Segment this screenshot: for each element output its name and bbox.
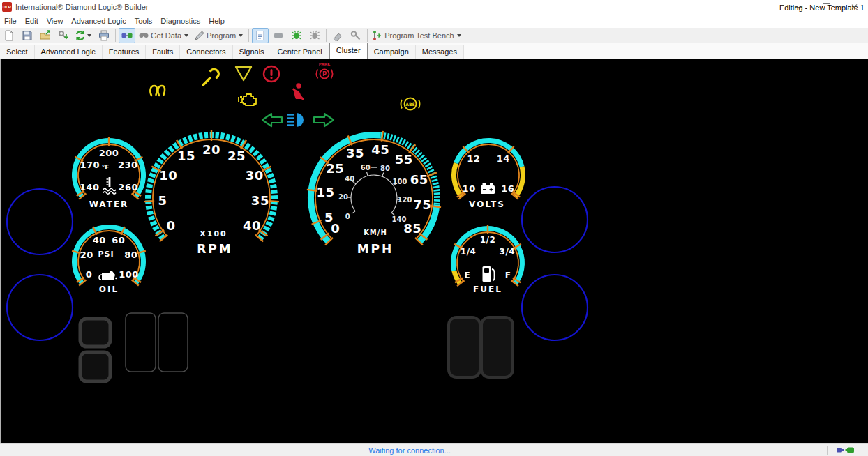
gauge-scale-label: 16 <box>501 183 514 194</box>
erase-button[interactable] <box>329 28 346 43</box>
open-folder-icon <box>40 30 51 41</box>
kmh-scale-label: 20 <box>338 193 348 201</box>
fuel-pump-icon <box>483 266 495 282</box>
tab-advanced-logic[interactable]: Advanced Logic <box>35 45 103 59</box>
menu-file[interactable]: File <box>0 17 21 25</box>
svg-text:P: P <box>322 70 327 77</box>
kmh-scale-label: 140 <box>392 215 407 223</box>
tab-connectors[interactable]: Connectors <box>180 45 232 59</box>
print-button[interactable] <box>96 28 112 43</box>
gauge-scale-label: 40 <box>243 218 261 233</box>
gauge-scale-label: 85 <box>403 221 421 236</box>
debug-disabled-button[interactable] <box>306 28 323 43</box>
gauge-text: MPH <box>357 242 394 256</box>
gauge-text: VOLTS <box>469 199 505 209</box>
gauge-scale-label: 3/4 <box>500 247 516 257</box>
import-button[interactable] <box>55 28 72 43</box>
cluster-button-right-1 <box>449 317 480 377</box>
menu-view[interactable]: View <box>43 17 68 25</box>
gauge-text: PSI <box>98 250 114 259</box>
cluster-window-left-2 <box>158 313 188 372</box>
kmh-inner-arc <box>351 175 397 213</box>
high-beam-indicator <box>287 113 304 127</box>
get-data-button[interactable]: Get Data <box>137 28 191 43</box>
menu-advanced-logic[interactable]: Advanced Logic <box>67 17 130 25</box>
open-button[interactable] <box>37 28 54 43</box>
tab-messages[interactable]: Messages <box>416 45 464 59</box>
gauge-scale-label: 15 <box>177 149 195 163</box>
gauge-hole-ring <box>522 187 588 252</box>
dropdown-caret-icon <box>457 34 461 37</box>
gauge-scale-label: 100 <box>119 269 139 280</box>
program-label: Program <box>207 31 236 40</box>
tab-faults[interactable]: Faults <box>146 45 180 59</box>
menu-tools[interactable]: Tools <box>130 17 157 25</box>
water-temp-gauge[interactable]: 140170200230260°FWATER <box>75 137 144 209</box>
fill-button[interactable] <box>270 28 287 43</box>
wrench-indicator <box>203 69 218 85</box>
gauge-hole-ring <box>522 275 588 340</box>
kmh-tick <box>366 172 368 176</box>
fuel-gauge[interactable]: E1/41/23/4FFUEL <box>454 225 523 294</box>
program-button[interactable]: Program <box>193 28 246 43</box>
tab-center-panel[interactable]: Center Panel <box>271 45 329 59</box>
get-data-label: Get Data <box>151 31 181 40</box>
menu-help[interactable]: Help <box>204 17 229 25</box>
gauge-scale-label: 35 <box>346 146 364 160</box>
volts-gauge[interactable]: 10121416VOLTS <box>454 140 523 209</box>
connect-plugs-icon <box>121 30 133 41</box>
toolbar-separator <box>248 29 249 42</box>
gauge-text: FUEL <box>473 284 502 294</box>
gauge-scale-label: 25 <box>227 149 246 163</box>
toolbar-separator <box>367 29 368 42</box>
sync-button[interactable] <box>73 28 94 43</box>
program-test-bench-label: Program Test Bench <box>384 31 454 40</box>
debug-enabled-button[interactable] <box>288 28 305 43</box>
new-button[interactable] <box>1 28 17 43</box>
tab-select[interactable]: Select <box>0 45 35 59</box>
gauge-scale-label: 15 <box>317 185 335 199</box>
save-button[interactable] <box>19 28 36 43</box>
dropdown-caret-icon <box>87 34 91 37</box>
menu-edit[interactable]: Edit <box>21 17 43 25</box>
gauge-scale-label: 10 <box>463 183 476 194</box>
gauge-scale-label: 0 <box>86 269 93 280</box>
tab-signals[interactable]: Signals <box>233 45 271 59</box>
gauge-scale-label: 25 <box>326 161 344 176</box>
gauge-scale-label: 65 <box>410 172 428 187</box>
key-icon <box>350 30 361 41</box>
program-test-bench-button[interactable]: Program Test Bench <box>371 28 463 43</box>
view-document-button[interactable] <box>252 28 269 43</box>
tab-cluster[interactable]: Cluster <box>329 43 368 59</box>
kmh-scale-label: 40 <box>345 175 354 183</box>
cluster-button-small-top <box>80 319 110 347</box>
eraser-icon <box>332 30 343 41</box>
gauge-scale-label: 75 <box>413 197 431 212</box>
cluster-panel: 140170200230260°FWATER020406080100PSIOIL… <box>0 59 868 443</box>
gauge-scale-label: 45 <box>371 142 389 157</box>
tab-campaign[interactable]: Campaign <box>368 45 416 59</box>
stop-warning-indicator <box>264 66 279 82</box>
check-engine-indicator <box>239 94 256 105</box>
bug-green-icon <box>291 30 302 41</box>
toolbar-separator <box>326 29 327 42</box>
gauge-scale-label: 80 <box>124 250 137 260</box>
glow-plug-indicator <box>150 86 165 96</box>
cluster-canvas[interactable]: 140170200230260°FWATER020406080100PSIOIL… <box>0 59 868 443</box>
connect-button[interactable] <box>119 28 135 43</box>
toolbar: Get Data Program Program Test Bench <box>0 28 868 44</box>
menu-diagnostics[interactable]: Diagnostics <box>156 17 204 25</box>
oil-pressure-gauge[interactable]: 020406080100PSIOIL <box>72 227 146 294</box>
gauge-major-tick <box>269 201 279 202</box>
tab-features[interactable]: Features <box>103 45 146 59</box>
kmh-scale-label: 100 <box>393 178 407 185</box>
rpm-gauge[interactable]: 0510152025303540X100RPM <box>144 130 279 256</box>
warning-triangle-indicator <box>236 67 251 80</box>
key-button[interactable] <box>347 28 364 43</box>
pencil-icon <box>194 30 205 41</box>
kmh-tick <box>382 173 384 177</box>
mph-gauge[interactable]: 051525354555657585KM/HMPH020406080100120… <box>307 131 441 256</box>
gauge-scale-label: 55 <box>395 152 413 167</box>
gauge-scale-label: 20 <box>202 142 220 157</box>
gauge-scale-label: 20 <box>80 250 93 260</box>
